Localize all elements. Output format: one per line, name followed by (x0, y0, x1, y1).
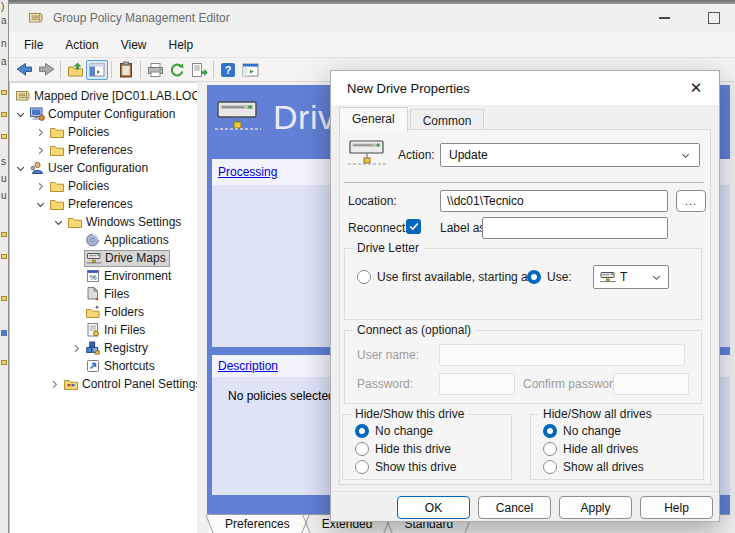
chevron-right-icon[interactable] (32, 178, 48, 194)
up-one-level-button[interactable] (64, 60, 86, 80)
tree-item-computer-preferences[interactable]: Preferences (10, 141, 197, 159)
console-tree[interactable]: Mapped Drive [DC01.LAB.LOCA Computer Con… (9, 82, 197, 533)
action-dropdown[interactable]: Update (440, 143, 700, 167)
password-label: Password: (357, 377, 413, 391)
user-name-input (439, 344, 685, 366)
tree-item-label: Computer Configuration (45, 107, 175, 121)
maximize-button[interactable] (703, 8, 725, 28)
radio-label: Hide this drive (375, 442, 451, 456)
menu-view[interactable]: View (110, 34, 158, 56)
background-icon-fragment (1, 330, 7, 336)
menu-help[interactable]: Help (158, 34, 205, 56)
use-radio[interactable]: Use: (527, 270, 572, 284)
check-icon (409, 222, 419, 231)
dialog-title-bar[interactable]: New Drive Properties ✕ (331, 71, 719, 105)
forward-button[interactable] (35, 60, 57, 80)
tree-item-windows-settings[interactable]: Windows Settings (10, 213, 197, 231)
tree-item-label: Policies (65, 179, 109, 193)
tree-item-user-preferences[interactable]: Preferences (10, 195, 197, 213)
tree-item-label: Files (101, 287, 129, 301)
label-as-input[interactable] (482, 217, 668, 239)
chevron-right-icon[interactable] (46, 376, 62, 392)
radio-label: Show this drive (375, 460, 456, 474)
toolbar-separator (60, 61, 61, 78)
drive-letter-dropdown[interactable]: T (593, 265, 669, 289)
help-button[interactable]: ? (217, 60, 239, 80)
tree-item-computer-configuration[interactable]: Computer Configuration (10, 105, 197, 123)
drive-icon (348, 136, 386, 170)
tree-item-drive-maps[interactable]: Drive Maps (10, 249, 197, 267)
chevron-right-icon[interactable] (32, 124, 48, 140)
chevron-right-icon[interactable] (32, 142, 48, 158)
tree-item-environment[interactable]: % Environment (10, 267, 197, 285)
folders-icon (84, 304, 101, 320)
no-change-this-radio[interactable]: No change (355, 424, 433, 438)
tree-item-registry[interactable]: Registry (10, 339, 197, 357)
hide-this-drive-radio[interactable]: Hide this drive (355, 442, 451, 456)
ok-button[interactable]: OK (397, 496, 470, 519)
tab-general[interactable]: General (339, 107, 408, 132)
use-first-available-radio[interactable]: Use first available, starting at: (357, 270, 534, 284)
show-all-drives-radio[interactable]: Show all drives (543, 460, 644, 474)
tree-item-folders[interactable]: Folders (10, 303, 197, 321)
cancel-button[interactable]: Cancel (478, 496, 551, 519)
tree-item-root[interactable]: Mapped Drive [DC01.LAB.LOCA (10, 87, 197, 105)
tree-item-label: Windows Settings (83, 215, 181, 229)
menu-action[interactable]: Action (54, 34, 109, 56)
tree-item-user-policies[interactable]: Policies (10, 177, 197, 195)
chevron-down-icon[interactable] (12, 160, 28, 176)
tree-item-control-panel-settings[interactable]: Control Panel Settings (10, 375, 197, 393)
radio-label: Show all drives (563, 460, 644, 474)
radio-selected-icon (355, 424, 369, 438)
export-list-button[interactable] (188, 60, 210, 80)
refresh-icon (169, 62, 185, 78)
reconnect-checkbox[interactable] (406, 219, 421, 234)
confirm-password-input (613, 373, 689, 395)
help-button[interactable]: Help (640, 496, 713, 519)
show-result-pane-button[interactable] (239, 60, 261, 80)
location-input[interactable] (440, 190, 668, 212)
paste-button[interactable] (115, 60, 137, 80)
chevron-right-icon[interactable] (68, 340, 84, 356)
toolbar-separator (140, 61, 141, 78)
chevron-down-icon[interactable] (50, 214, 66, 230)
hide-show-this-legend: Hide/Show this drive (351, 407, 468, 421)
files-icon (84, 286, 101, 302)
close-button[interactable]: ✕ (685, 77, 707, 99)
tree-item-label: User Configuration (45, 161, 148, 175)
tab-preferences[interactable]: Preferences (209, 515, 306, 533)
tree-item-shortcuts[interactable]: Shortcuts (10, 357, 197, 375)
chevron-down-icon[interactable] (12, 106, 28, 122)
hide-all-drives-radio[interactable]: Hide all drives (543, 442, 638, 456)
tree-item-user-configuration[interactable]: User Configuration (10, 159, 197, 177)
applications-icon (84, 232, 101, 248)
tree-item-computer-policies[interactable]: Policies (10, 123, 197, 141)
minimize-button[interactable] (653, 8, 675, 28)
tree-item-applications[interactable]: Applications (10, 231, 197, 249)
toolbar-separator (111, 61, 112, 78)
refresh-button[interactable] (166, 60, 188, 80)
tree-item-label: Applications (101, 233, 169, 247)
chevron-down-icon[interactable] (32, 196, 48, 212)
background-text-fragment: n (1, 38, 7, 49)
background-window-strip: ) a n a s u u (0, 0, 9, 533)
menu-file[interactable]: File (13, 34, 54, 56)
description-link[interactable]: Description (218, 359, 278, 373)
show-this-drive-radio[interactable]: Show this drive (355, 460, 456, 474)
tree-item-ini-files[interactable]: Ini Files (10, 321, 197, 339)
print-button[interactable] (144, 60, 166, 80)
browse-button[interactable]: ... (676, 190, 706, 212)
processing-link[interactable]: Processing (218, 165, 277, 179)
action-label: Action: (398, 148, 435, 162)
apply-button[interactable]: Apply (559, 496, 632, 519)
back-button[interactable] (13, 60, 35, 80)
location-label: Location: (348, 194, 397, 208)
show-console-tree-button[interactable] (86, 60, 108, 80)
user-icon (28, 160, 45, 176)
selected-tree-item[interactable]: Drive Maps (84, 250, 170, 267)
title-bar[interactable]: Group Policy Management Editor (9, 4, 735, 32)
tree-item-files[interactable]: Files (10, 285, 197, 303)
background-text-fragment: u (1, 173, 7, 184)
no-change-all-radio[interactable]: No change (543, 424, 621, 438)
maximize-icon (708, 12, 720, 24)
